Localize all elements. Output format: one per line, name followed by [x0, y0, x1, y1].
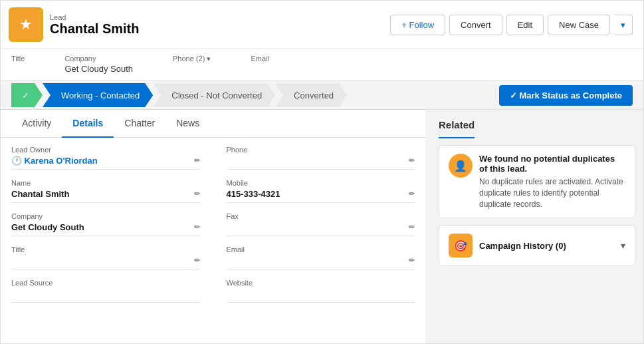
star-icon: ★ — [19, 16, 33, 33]
detail-name: Name Chantal Smith ✏ — [11, 179, 200, 203]
duplicate-text: We found no potential duplicates of this… — [479, 154, 625, 210]
lead-label: Lead — [50, 13, 139, 21]
duplicate-title: We found no potential duplicates of this… — [479, 154, 625, 174]
detail-lead-source-label: Lead Source — [11, 279, 200, 287]
campaign-left: 🎯 Campaign History (0) — [449, 234, 566, 258]
field-row: Title Company Get Cloudy South Phone (2)… — [1, 49, 643, 81]
person-icon: 👤 — [454, 160, 467, 172]
detail-mobile-label: Mobile — [227, 179, 415, 187]
page-header: ★ Lead Chantal Smith + Follow Convert Ed… — [1, 1, 643, 49]
lead-name: Chantal Smith — [50, 21, 139, 37]
company-edit-icon[interactable]: ✏ — [194, 223, 200, 232]
tab-news[interactable]: News — [165, 110, 210, 138]
field-email: Email — [251, 55, 269, 74]
mobile-edit-icon[interactable]: ✏ — [409, 190, 415, 198]
detail-company: Company Get Cloudy South ✏ — [11, 212, 200, 236]
status-bar: ✓ Working - Contacted Closed - Not Conve… — [1, 81, 643, 110]
details-left-col: Lead Owner 🕐 Karena O'Riordan ✏ Name Cha… — [11, 146, 200, 312]
tab-details[interactable]: Details — [62, 110, 114, 138]
detail-title: Title ✏ — [11, 246, 200, 269]
detail-website: Website — [227, 279, 415, 303]
duplicate-card-inner: 👤 We found no potential duplicates of th… — [449, 154, 625, 210]
lead-owner-link[interactable]: 🕐 Karena O'Riordan — [11, 156, 98, 166]
edit-button[interactable]: Edit — [506, 15, 544, 35]
header-actions: + Follow Convert Edit New Case ▾ — [390, 15, 633, 35]
lead-text: Lead Chantal Smith — [50, 13, 139, 37]
details-right-col: Phone ✏ Mobile 415-333-4321 ✏ — [227, 146, 415, 312]
detail-lead-source-value — [11, 288, 200, 303]
campaign-card[interactable]: 🎯 Campaign History (0) ▾ — [439, 225, 635, 266]
detail-fax-label: Fax — [227, 212, 415, 220]
left-panel: Activity Details Chatter News Lead Owner… — [1, 110, 425, 343]
details-content: Lead Owner 🕐 Karena O'Riordan ✏ Name Cha… — [1, 138, 425, 320]
dropdown-button[interactable]: ▾ — [614, 15, 633, 35]
detail-lead-owner-label: Lead Owner — [11, 146, 200, 154]
field-title: Title — [11, 55, 25, 74]
fax-edit-icon[interactable]: ✏ — [409, 223, 415, 232]
duplicate-card: 👤 We found no potential duplicates of th… — [439, 145, 635, 218]
tab-activity[interactable]: Activity — [11, 110, 62, 138]
detail-phone-value: ✏ — [227, 155, 415, 170]
status-step-2[interactable]: Working - Contacted — [43, 83, 153, 107]
campaign-card-inner: 🎯 Campaign History (0) ▾ — [449, 234, 625, 258]
title-edit-icon[interactable]: ✏ — [194, 256, 200, 265]
detail-name-label: Name — [11, 179, 200, 187]
detail-mobile: Mobile 415-333-4321 ✏ — [227, 179, 415, 203]
new-case-button[interactable]: New Case — [548, 15, 610, 35]
detail-mobile-value: 415-333-4321 ✏ — [227, 188, 415, 203]
campaign-title: Campaign History (0) — [479, 241, 566, 251]
detail-lead-source: Lead Source — [11, 279, 200, 303]
tab-chatter[interactable]: Chatter — [114, 110, 165, 138]
lead-owner-edit-icon[interactable]: ✏ — [194, 156, 200, 165]
detail-email-value: ✏ — [227, 255, 415, 269]
follow-button[interactable]: + Follow — [390, 15, 445, 35]
field-phone: Phone (2) ▾ — [173, 55, 211, 74]
detail-title-label: Title — [11, 246, 200, 254]
lead-identity: ★ Lead Chantal Smith — [9, 7, 139, 42]
duplicate-icon: 👤 — [449, 154, 473, 178]
field-company: Company Get Cloudy South — [64, 55, 133, 74]
detail-phone-label: Phone — [227, 146, 415, 154]
name-edit-icon[interactable]: ✏ — [194, 190, 200, 198]
detail-phone: Phone ✏ — [227, 146, 415, 170]
detail-company-value: Get Cloudy South ✏ — [11, 222, 200, 236]
tabs-bar: Activity Details Chatter News — [1, 110, 425, 138]
chevron-down-icon[interactable]: ▾ — [621, 240, 625, 251]
mark-complete-button[interactable]: ✓ Mark Status as Complete — [499, 85, 633, 106]
main-content: Activity Details Chatter News Lead Owner… — [1, 110, 643, 343]
campaign-icon: 🎯 — [449, 234, 473, 258]
field-company-value: Get Cloudy South — [64, 64, 133, 74]
detail-name-value: Chantal Smith ✏ — [11, 188, 200, 203]
detail-lead-owner: Lead Owner 🕐 Karena O'Riordan ✏ — [11, 146, 200, 170]
app-container: ★ Lead Chantal Smith + Follow Convert Ed… — [0, 0, 644, 344]
detail-lead-owner-value: 🕐 Karena O'Riordan ✏ — [11, 155, 200, 170]
field-title-label: Title — [11, 55, 25, 63]
lead-icon: ★ — [9, 7, 43, 42]
field-email-label: Email — [251, 55, 269, 63]
status-step-3[interactable]: Closed - Not Converted — [153, 83, 275, 107]
panel-separator — [425, 110, 431, 343]
detail-website-label: Website — [227, 279, 415, 287]
status-step-4[interactable]: Converted — [275, 83, 347, 107]
status-step-1[interactable]: ✓ — [11, 83, 43, 107]
related-section: Related — [439, 115, 635, 138]
detail-fax: Fax ✏ — [227, 212, 415, 236]
field-company-label: Company — [64, 55, 133, 63]
convert-button[interactable]: Convert — [449, 15, 502, 35]
duplicate-body: No duplicate rules are activated. Activa… — [479, 176, 625, 210]
phone-edit-icon[interactable]: ✏ — [409, 156, 415, 165]
right-panel: Related 👤 We found no potential duplicat… — [431, 110, 643, 343]
detail-company-label: Company — [11, 212, 200, 220]
campaign-icon-symbol: 🎯 — [454, 240, 467, 252]
detail-email: Email ✏ — [227, 246, 415, 269]
email-edit-icon[interactable]: ✏ — [409, 256, 415, 265]
field-phone-label: Phone (2) ▾ — [173, 55, 211, 63]
detail-website-value — [227, 288, 415, 303]
detail-title-value: ✏ — [11, 255, 200, 269]
detail-email-label: Email — [227, 246, 415, 254]
related-header: Related — [439, 115, 475, 138]
detail-fax-value: ✏ — [227, 222, 415, 236]
